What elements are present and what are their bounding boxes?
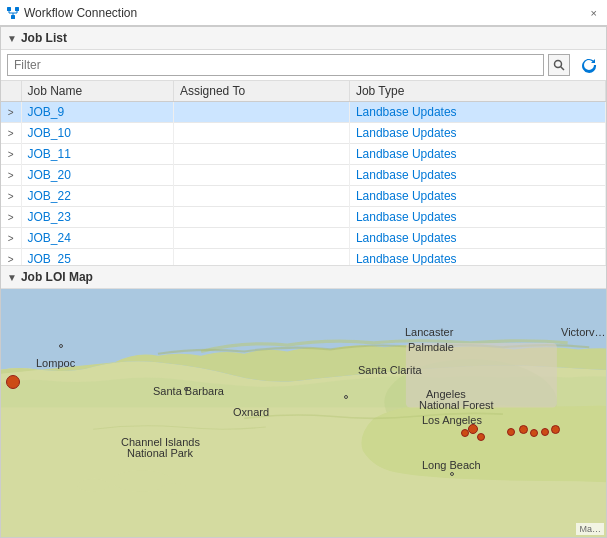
filter-row	[1, 50, 606, 81]
table-row[interactable]: >JOB_24Landbase Updates	[1, 228, 606, 249]
row-job-name[interactable]: JOB_24	[21, 228, 173, 249]
row-job-name[interactable]: JOB_22	[21, 186, 173, 207]
job-list-header: ▼ Job List	[1, 27, 606, 50]
table-row[interactable]: >JOB_25Landbase Updates	[1, 249, 606, 267]
col-job-name[interactable]: Job Name	[21, 81, 173, 102]
row-job-name[interactable]: JOB_11	[21, 144, 173, 165]
table-row[interactable]: >JOB_11Landbase Updates	[1, 144, 606, 165]
job-loi-map-header: ▼ Job LOI Map	[1, 266, 606, 289]
svg-rect-0	[7, 7, 11, 11]
row-assigned-to	[173, 186, 349, 207]
map-container[interactable]: LompocLancasterPalmdaleSanta BarbaraSant…	[1, 289, 606, 537]
close-button[interactable]: ×	[587, 7, 601, 19]
map-dot	[541, 428, 549, 436]
job-table: Job Name Assigned To Job Type >JOB_9Land…	[1, 81, 606, 266]
map-dot	[450, 472, 454, 476]
job-list-title: Job List	[21, 31, 67, 45]
svg-rect-2	[11, 15, 15, 19]
map-dot	[551, 425, 560, 434]
col-expand	[1, 81, 21, 102]
row-expand[interactable]: >	[1, 249, 21, 267]
row-job-name[interactable]: JOB_20	[21, 165, 173, 186]
svg-point-12	[77, 479, 109, 492]
table-row[interactable]: >JOB_10Landbase Updates	[1, 123, 606, 144]
row-expand[interactable]: >	[1, 165, 21, 186]
row-assigned-to	[173, 144, 349, 165]
row-job-name[interactable]: JOB_25	[21, 249, 173, 267]
row-expand[interactable]: >	[1, 123, 21, 144]
table-row[interactable]: >JOB_23Landbase Updates	[1, 207, 606, 228]
row-job-type: Landbase Updates	[349, 249, 605, 267]
svg-rect-1	[15, 7, 19, 11]
row-job-type: Landbase Updates	[349, 102, 605, 123]
table-row[interactable]: >JOB_22Landbase Updates	[1, 186, 606, 207]
map-dot	[6, 375, 20, 389]
map-toggle[interactable]: ▼	[7, 272, 17, 283]
map-dot	[344, 395, 348, 399]
job-loi-map-title: Job LOI Map	[21, 270, 93, 284]
col-assigned-to[interactable]: Assigned To	[173, 81, 349, 102]
map-dot	[468, 424, 478, 434]
table-row[interactable]: >JOB_9Landbase Updates	[1, 102, 606, 123]
refresh-icon	[581, 57, 597, 73]
col-job-type[interactable]: Job Type	[349, 81, 605, 102]
row-expand[interactable]: >	[1, 144, 21, 165]
title-bar-text: Workflow Connection	[24, 6, 587, 20]
row-job-name[interactable]: JOB_9	[21, 102, 173, 123]
row-job-type: Landbase Updates	[349, 186, 605, 207]
row-expand[interactable]: >	[1, 228, 21, 249]
map-dot	[477, 433, 485, 441]
row-job-name[interactable]: JOB_23	[21, 207, 173, 228]
job-loi-map-section: ▼ Job LOI Map	[1, 266, 606, 537]
table-row[interactable]: >JOB_20Landbase Updates	[1, 165, 606, 186]
svg-line-9	[561, 67, 565, 71]
map-dot	[507, 428, 515, 436]
svg-point-13	[161, 483, 187, 494]
row-job-type: Landbase Updates	[349, 165, 605, 186]
row-assigned-to	[173, 207, 349, 228]
row-assigned-to	[173, 249, 349, 267]
row-job-type: Landbase Updates	[349, 123, 605, 144]
refresh-button[interactable]	[578, 54, 600, 76]
row-expand[interactable]: >	[1, 207, 21, 228]
row-expand[interactable]: >	[1, 186, 21, 207]
map-svg	[1, 289, 606, 537]
job-table-wrapper[interactable]: Job Name Assigned To Job Type >JOB_9Land…	[1, 81, 606, 266]
map-dot	[519, 425, 528, 434]
map-dot	[184, 387, 188, 391]
filter-input[interactable]	[7, 54, 544, 76]
main-panel: ▼ Job List Job N	[0, 26, 607, 538]
map-dot	[59, 344, 63, 348]
map-dot	[530, 429, 538, 437]
row-assigned-to	[173, 102, 349, 123]
row-assigned-to	[173, 228, 349, 249]
table-header-row: Job Name Assigned To Job Type	[1, 81, 606, 102]
row-assigned-to	[173, 165, 349, 186]
job-list-section: ▼ Job List Job N	[1, 27, 606, 266]
row-job-name[interactable]: JOB_10	[21, 123, 173, 144]
row-expand[interactable]: >	[1, 102, 21, 123]
svg-point-8	[555, 61, 562, 68]
row-job-type: Landbase Updates	[349, 228, 605, 249]
title-bar: Workflow Connection ×	[0, 0, 607, 26]
row-job-type: Landbase Updates	[349, 144, 605, 165]
svg-rect-15	[406, 343, 557, 408]
job-list-toggle[interactable]: ▼	[7, 33, 17, 44]
search-icon	[553, 59, 565, 71]
workflow-icon	[6, 6, 20, 20]
filter-search-button[interactable]	[548, 54, 570, 76]
map-attribution: Ma…	[576, 523, 604, 535]
row-job-type: Landbase Updates	[349, 207, 605, 228]
row-assigned-to	[173, 123, 349, 144]
